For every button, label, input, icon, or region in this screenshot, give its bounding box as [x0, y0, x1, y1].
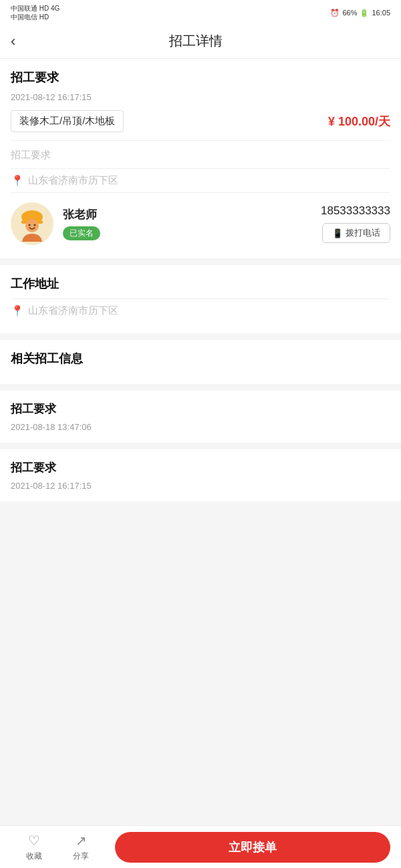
work-location-row: 📍 山东省济南市历下区	[11, 298, 390, 322]
page-title: 招工详情	[26, 32, 365, 50]
sub-item-1-title: 招工要求	[11, 460, 390, 475]
avatar-svg	[14, 206, 50, 242]
sub-item-0-title: 招工要求	[11, 401, 390, 417]
status-bar: 中国联通 HD 4G 中国电信 HD ⏰ 66% 🔋 16:05	[0, 0, 401, 24]
work-location-text: 山东省济南市历下区	[28, 304, 118, 317]
collect-label: 收藏	[26, 851, 42, 862]
contact-row: 张老师 已实名 18533333333 📱 拨打电话	[11, 192, 390, 248]
contact-right: 18533333333 📱 拨打电话	[321, 204, 390, 243]
main-timestamp: 2021-08-12 16:17:15	[11, 92, 390, 102]
contact-info: 张老师 已实名	[63, 207, 311, 240]
location-icon: 📍	[11, 174, 24, 187]
collect-action[interactable]: ♡ 收藏	[11, 833, 57, 862]
collect-icon: ♡	[28, 833, 40, 849]
carrier-left: 中国联通 HD 4G	[11, 4, 59, 13]
carrier-right: 中国电信 HD	[11, 13, 59, 21]
contact-phone: 18533333333	[321, 204, 390, 218]
work-address-section: 工作地址 📍 山东省济南市历下区	[0, 265, 401, 333]
avatar	[11, 202, 53, 245]
job-salary: ¥ 100.00/天	[328, 114, 390, 130]
main-action-button[interactable]: 立即接单	[115, 832, 390, 863]
status-right: ⏰ 66% 🔋 16:05	[330, 9, 390, 17]
requirement-label: 招工要求	[11, 149, 390, 162]
requirement-row: 招工要求	[11, 140, 390, 162]
battery-icon: 🔋	[360, 9, 369, 17]
header: ‹ 招工详情	[0, 24, 401, 59]
work-address-title: 工作地址	[11, 276, 390, 292]
bottom-bar: ♡ 收藏 ↗ 分享 立即接单	[0, 825, 401, 868]
back-button[interactable]: ‹	[11, 33, 15, 50]
share-icon: ↗	[76, 833, 87, 849]
svg-point-2	[25, 219, 39, 232]
related-title: 相关招工信息	[11, 351, 390, 367]
share-label: 分享	[73, 851, 89, 862]
main-section: 招工要求 2021-08-12 16:17:15 装修木工/吊顶/木地板 ¥ 1…	[0, 59, 401, 258]
sub-item-0-time: 2021-08-18 13:47:06	[11, 422, 390, 432]
job-tag: 装修木工/吊顶/木地板	[11, 110, 124, 132]
location-row: 📍 山东省济南市历下区	[11, 168, 390, 192]
alarm-icon: ⏰	[330, 9, 340, 17]
carrier-info: 中国联通 HD 4G 中国电信 HD	[11, 4, 59, 21]
location-text: 山东省济南市历下区	[28, 174, 118, 187]
sub-item-1-time: 2021-08-12 16:17:15	[11, 481, 390, 491]
share-action[interactable]: ↗ 分享	[57, 833, 104, 862]
related-section: 相关招工信息	[0, 340, 401, 384]
call-button[interactable]: 📱 拨打电话	[322, 223, 390, 243]
battery-level: 66%	[342, 9, 357, 17]
main-section-title: 招工要求	[11, 69, 390, 85]
svg-point-4	[34, 224, 36, 226]
call-label: 拨打电话	[346, 227, 380, 239]
clock-time: 16:05	[372, 9, 390, 17]
job-row: 装修木工/吊顶/木地板 ¥ 100.00/天	[11, 110, 390, 132]
svg-point-3	[29, 224, 31, 226]
phone-icon: 📱	[332, 228, 343, 238]
sub-item-1: 招工要求 2021-08-12 16:17:15	[0, 449, 401, 501]
contact-name: 张老师	[63, 207, 311, 222]
verified-badge: 已实名	[63, 226, 100, 240]
work-location-icon: 📍	[11, 304, 24, 317]
sub-item-0: 招工要求 2021-08-18 13:47:06	[0, 391, 401, 443]
